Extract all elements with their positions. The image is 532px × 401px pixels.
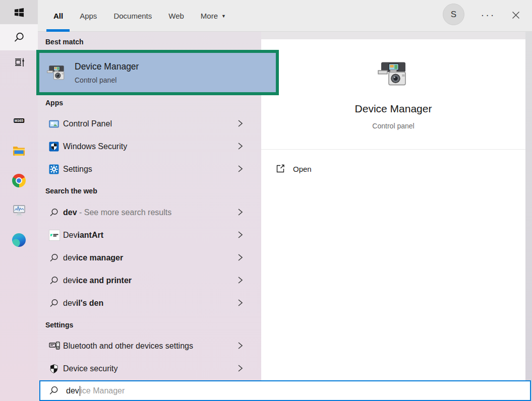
chevron-right-icon[interactable] <box>237 342 243 350</box>
security-shield-icon <box>49 364 63 374</box>
taskbar-copilot-m365-button[interactable]: M365 <box>0 108 38 134</box>
tab-apps[interactable]: Apps <box>80 0 97 32</box>
tab-documents[interactable]: Documents <box>113 0 152 32</box>
taskbar-chrome-button[interactable] <box>0 167 38 193</box>
best-match-subtitle: Control panel <box>75 76 116 84</box>
close-icon <box>511 11 520 20</box>
tab-web[interactable]: Web <box>168 0 184 32</box>
section-header-apps: Apps <box>45 99 63 107</box>
chevron-right-icon[interactable] <box>237 253 243 261</box>
result-windows-security[interactable]: Windows Security <box>38 135 261 158</box>
search-typed-text: dev <box>66 386 79 395</box>
device-manager-icon-large <box>375 55 411 92</box>
chevron-right-icon[interactable] <box>237 299 243 307</box>
taskbar-copilot-button[interactable] <box>0 78 38 104</box>
preview-subtitle: Control panel <box>261 122 525 130</box>
web-suggestion-device-manager[interactable]: device manager <box>38 246 261 269</box>
preview-title: Device Manager <box>261 103 525 115</box>
panel-gap <box>261 32 525 39</box>
search-icon <box>49 298 63 308</box>
device-manager-icon <box>45 61 68 84</box>
desktop-background <box>525 32 532 401</box>
section-header-best-match: Best match <box>45 38 83 46</box>
taskbar-edge-button[interactable] <box>0 227 38 253</box>
search-icon <box>49 208 63 218</box>
chevron-right-icon[interactable] <box>237 276 243 284</box>
windows-search-flyout: M365 <box>0 0 532 401</box>
divider <box>261 149 525 150</box>
result-device-security[interactable]: Device security <box>38 357 261 380</box>
chevron-right-icon[interactable] <box>237 364 243 372</box>
chevron-right-icon[interactable] <box>237 142 243 150</box>
section-header-web: Search the web <box>45 187 97 195</box>
search-icon <box>49 276 63 286</box>
chevron-right-icon[interactable] <box>237 165 243 173</box>
file-explorer-icon <box>12 145 26 157</box>
best-match-title: Device Manager <box>75 61 139 72</box>
chrome-icon <box>12 174 26 187</box>
devices-icon <box>49 341 63 352</box>
taskbar-task-manager-button[interactable] <box>0 197 38 224</box>
options-ellipsis-button[interactable]: ··· <box>478 4 498 26</box>
tab-all[interactable]: All <box>53 0 63 32</box>
web-suggestion-device-and-printer[interactable]: device and printer <box>38 269 261 292</box>
windows-security-icon <box>49 142 63 152</box>
taskbar-app-button[interactable] <box>0 49 38 76</box>
result-control-panel[interactable]: Control Panel <box>38 112 261 135</box>
chevron-down-icon: ▼ <box>221 14 226 19</box>
web-suggestion-devils-den[interactable]: devil's den <box>38 292 261 314</box>
search-icon <box>49 253 63 263</box>
settings-gear-icon <box>49 164 63 174</box>
search-inline-suggestion: ice Manager <box>80 386 125 395</box>
taskbar-search-button[interactable] <box>0 24 38 50</box>
search-icon <box>13 31 25 43</box>
web-suggestion-deviantart[interactable]: DeviantArt <box>38 224 261 246</box>
task-manager-icon <box>12 204 26 217</box>
chevron-right-icon[interactable] <box>237 208 243 216</box>
result-settings[interactable]: Settings <box>38 158 261 180</box>
close-button[interactable] <box>506 5 526 25</box>
control-panel-icon <box>49 119 63 129</box>
section-header-settings: Settings <box>45 321 73 329</box>
search-icon <box>48 385 59 396</box>
filter-tabs: All Apps Documents Web More ▼ <box>53 0 243 32</box>
search-input[interactable]: dev ice Manager <box>39 380 531 401</box>
start-button[interactable] <box>0 0 38 24</box>
result-bluetooth-settings[interactable]: Bluetooth and other devices settings <box>38 335 261 357</box>
edge-icon <box>12 233 26 247</box>
open-action[interactable]: Open <box>275 160 312 177</box>
deviantart-icon <box>49 230 63 241</box>
best-match-result-device-manager[interactable]: Device Manager Control panel <box>39 53 276 92</box>
search-header: All Apps Documents Web More ▼ S ··· <box>38 0 532 32</box>
open-external-icon <box>275 164 285 174</box>
pen-workspace-icon <box>13 56 26 69</box>
user-avatar[interactable]: S <box>443 4 464 25</box>
taskbar-file-explorer-button[interactable] <box>0 138 38 164</box>
chevron-right-icon[interactable] <box>237 119 243 127</box>
taskbar: M365 <box>0 0 38 401</box>
windows-logo-icon <box>14 7 24 18</box>
web-suggestion-see-more[interactable]: dev - See more search results <box>38 201 261 224</box>
tab-more[interactable]: More ▼ <box>201 0 226 32</box>
chevron-right-icon[interactable] <box>237 231 243 239</box>
